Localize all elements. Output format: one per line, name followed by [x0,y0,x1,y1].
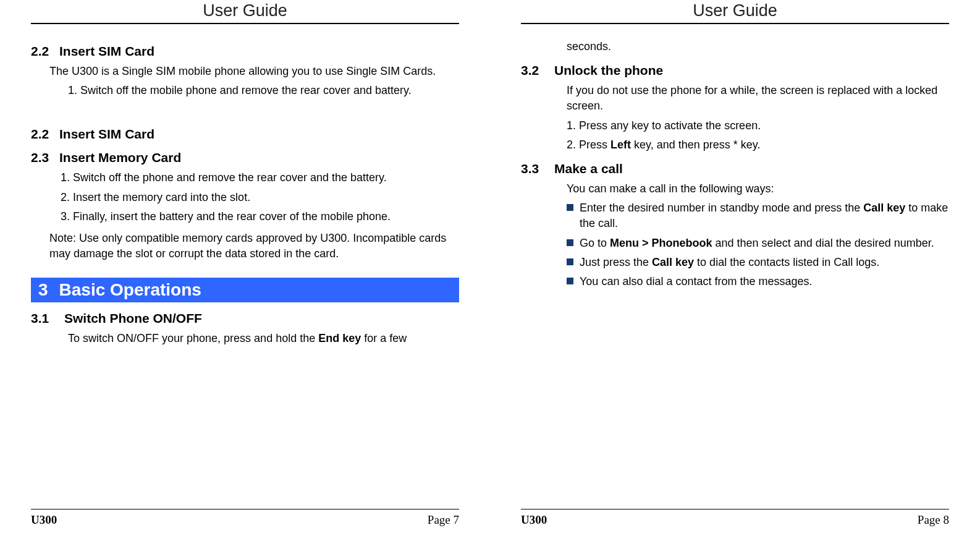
list-item: 2. Insert the memory card into the slot. [61,190,459,205]
footer-page-number: Page 8 [918,513,949,527]
chapter-heading-3: 3 Basic Operations [31,278,459,302]
heading-number: 3.2 [521,63,546,78]
body-text: If you do not use the phone for a while,… [567,83,949,114]
square-bullet-icon [567,278,573,284]
text-run-bold: Left [610,139,631,151]
heading-title: Make a call [554,161,623,176]
heading-title: Switch Phone ON/OFF [64,311,202,326]
text-run: key, and then press * key. [631,139,760,151]
text-run-bold: Call key [652,256,694,268]
page-content: 2.2 Insert SIM Card The U300 is a Single… [31,35,459,509]
square-bullet-icon [567,258,573,265]
heading-number: 2.2 [31,127,51,142]
text-run-bold: End key [318,332,361,344]
page-header: User Guide [521,0,949,24]
list-item: 1. Switch off the mobile phone and remov… [68,83,459,98]
list-item: 1. Press any key to activate the screen. [567,118,949,134]
text-run: Go to [580,237,610,249]
heading-title: Insert SIM Card [59,44,154,59]
heading-3-2: 3.2 Unlock the phone [521,63,949,78]
body-text: The U300 is a Single SIM mobile phone al… [49,64,459,79]
bullet-text: You can also dial a contact from the mes… [580,274,949,289]
text-run-bold: Menu > Phonebook [610,237,712,249]
text-run: Enter the desired number in standby mode… [580,202,863,214]
bullet-text: Go to Menu > Phonebook and then select a… [580,236,949,251]
heading-3-3: 3.3 Make a call [521,161,949,176]
heading-number: 2.2 [31,44,51,59]
text-run: to dial the contacts listed in Call logs… [694,256,879,268]
text-run: 2. Press [567,139,610,151]
page-footer: U300 Page 7 [31,509,459,533]
square-bullet-icon [567,204,573,211]
footer-model: U300 [31,513,57,527]
page-left: User Guide 2.2 Insert SIM Card The U300 … [0,0,490,533]
list-item: 3. Finally, insert the battery and the r… [61,209,459,224]
page-content: seconds. 3.2 Unlock the phone If you do … [521,35,949,509]
page-right: User Guide seconds. 3.2 Unlock the phone… [490,0,980,533]
bullet-item: Just press the Call key to dial the cont… [567,255,949,270]
page-footer: U300 Page 8 [521,509,949,533]
heading-title: Insert SIM Card [59,127,154,142]
text-run-bold: Call key [863,202,905,214]
page-header: User Guide [31,0,459,24]
heading-number: 2.3 [31,150,51,165]
list-item: 2. Press Left key, and then press * key. [567,137,949,153]
bullet-text: Enter the desired number in standby mode… [580,200,949,231]
text-run: Just press the [580,256,652,268]
bullet-text: Just press the Call key to dial the cont… [580,255,949,270]
body-text: To switch ON/OFF your phone, press and h… [68,331,459,346]
footer-page-number: Page 7 [428,513,459,527]
heading-2-2-b: 2.2 Insert SIM Card [31,127,459,142]
body-text-continuation: seconds. [567,39,949,54]
footer-model: U300 [521,513,547,527]
chapter-title: Basic Operations [59,280,201,300]
text-run: for a few [361,332,407,344]
square-bullet-icon [567,239,573,246]
heading-2-3: 2.3 Insert Memory Card [31,150,459,165]
heading-title: Unlock the phone [554,63,663,78]
text-run: and then select and dial the desired num… [712,237,934,249]
bullet-item: You can also dial a contact from the mes… [567,274,949,289]
bullet-item: Enter the desired number in standby mode… [567,200,949,231]
heading-2-2-a: 2.2 Insert SIM Card [31,44,459,59]
list-item: 1. Switch off the phone and remove the r… [61,170,459,185]
body-text: You can make a call in the following way… [567,181,949,197]
heading-title: Insert Memory Card [59,150,181,165]
heading-number: 3.3 [521,161,546,176]
note-text: Note: Use only compatible memory cards a… [49,231,459,262]
chapter-number: 3 [38,280,48,300]
heading-3-1: 3.1 Switch Phone ON/OFF [31,311,459,326]
heading-number: 3.1 [31,311,56,326]
text-run: To switch ON/OFF your phone, press and h… [68,332,318,344]
bullet-item: Go to Menu > Phonebook and then select a… [567,236,949,251]
